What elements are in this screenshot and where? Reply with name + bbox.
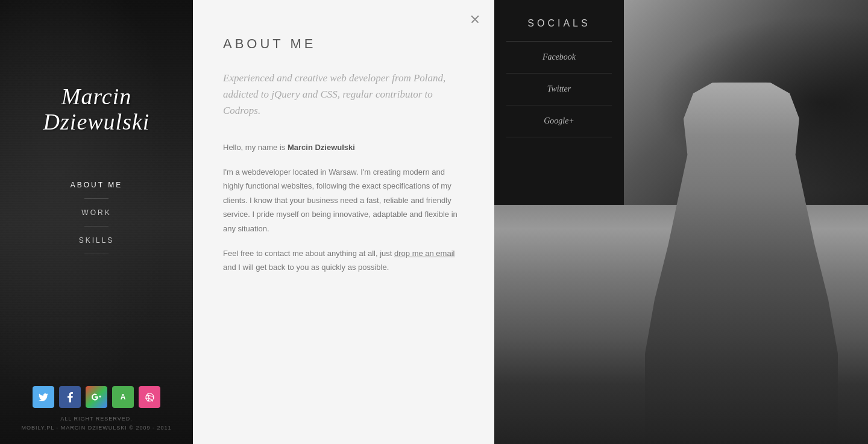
logo-area: Marcin Dziewulski — [31, 84, 162, 135]
panel-body: Hello, my name is Marcin Dziewulski I'm … — [223, 140, 464, 275]
social-icons-bar: A — [33, 386, 160, 408]
page-wrapper: Marcin Dziewulski ABOUT ME WORK SKILLS — [0, 0, 868, 444]
copyright-line2: MOBILY.PL - MARCIN DZIEWULSKI © 2009 - 2… — [21, 424, 171, 432]
social-facebook-icon[interactable] — [59, 386, 81, 408]
email-link[interactable]: drop me an email — [394, 249, 454, 258]
social-link-googleplus[interactable]: Google+ — [506, 105, 612, 137]
social-twitter-icon[interactable] — [33, 386, 54, 408]
nav-item-about[interactable]: ABOUT ME — [0, 171, 193, 199]
copyright: ALL RIGHT RESERVED. MOBILY.PL - MARCIN D… — [21, 414, 171, 432]
social-link-twitter[interactable]: Twitter — [506, 73, 612, 105]
social-googleplus-icon[interactable] — [86, 386, 107, 408]
close-button[interactable] — [468, 12, 482, 27]
main-panel: ABOUT ME Experienced and creative web de… — [193, 0, 494, 444]
sidebar-content: Marcin Dziewulski ABOUT ME WORK SKILLS — [0, 0, 193, 444]
author-name: Marcin Dziewulski — [288, 143, 355, 152]
nav-item-work[interactable]: WORK — [0, 199, 193, 227]
panel-title: ABOUT ME — [223, 36, 464, 52]
intro-paragraph: Hello, my name is Marcin Dziewulski — [223, 140, 464, 154]
svg-point-0 — [146, 393, 154, 401]
socials-title: SOCIALS — [527, 18, 590, 29]
body-para2: Feel free to contact me about anything a… — [223, 246, 464, 275]
social-link-facebook[interactable]: Facebook — [506, 42, 612, 73]
copyright-line1: ALL RIGHT RESERVED. — [21, 414, 171, 423]
nav-item-skills[interactable]: SKILLS — [0, 227, 193, 254]
socials-overlay: SOCIALS Facebook Twitter Google+ — [494, 0, 624, 205]
right-panel: SOCIALS Facebook Twitter Google+ — [494, 0, 868, 444]
sidebar: Marcin Dziewulski ABOUT ME WORK SKILLS — [0, 0, 193, 444]
social-anime-icon[interactable]: A — [112, 386, 134, 408]
social-dribbble-icon[interactable] — [139, 386, 160, 408]
panel-tagline: Experienced and creative web developer f… — [223, 70, 464, 119]
nav: ABOUT ME WORK SKILLS — [0, 171, 193, 254]
body-para1: I'm a webdeveloper located in Warsaw. I'… — [223, 165, 464, 236]
logo-line2: Dziewulski — [43, 109, 150, 134]
logo-line1: Marcin — [61, 84, 131, 109]
logo-text: Marcin Dziewulski — [43, 84, 150, 135]
